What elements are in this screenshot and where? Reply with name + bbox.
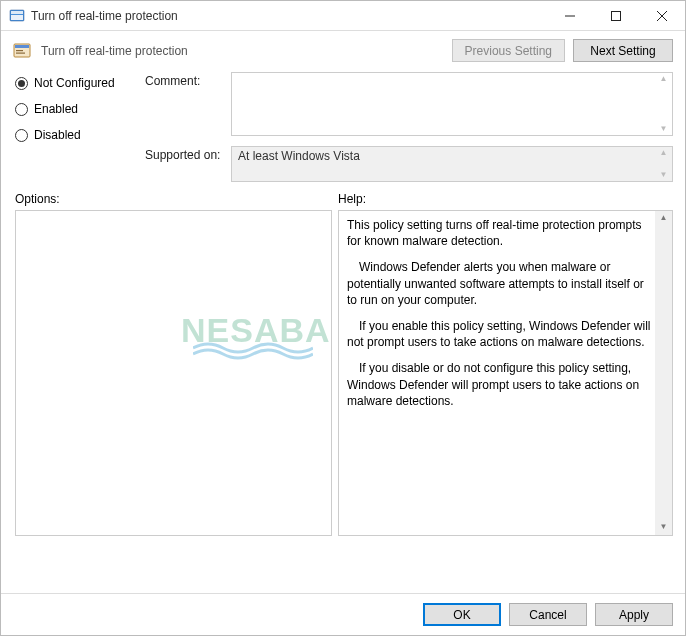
policy-title: Turn off real-time protection — [41, 44, 442, 58]
help-text: Windows Defender alerts you when malware… — [347, 259, 652, 308]
close-button[interactable] — [639, 1, 685, 30]
apply-button[interactable]: Apply — [595, 603, 673, 626]
options-label: Options: — [15, 192, 338, 206]
supported-on-field: At least Windows Vista ▲ ▼ — [231, 146, 673, 182]
window-title: Turn off real-time protection — [31, 9, 547, 23]
radio-icon — [15, 77, 28, 90]
help-text: This policy setting turns off real-time … — [347, 217, 652, 249]
radio-enabled[interactable]: Enabled — [15, 102, 145, 116]
svg-rect-9 — [16, 50, 23, 51]
help-text: If you enable this policy setting, Windo… — [347, 318, 652, 350]
help-pane: This policy setting turns off real-time … — [338, 210, 673, 536]
scroll-down-icon: ▼ — [660, 125, 668, 133]
maximize-button[interactable] — [593, 1, 639, 30]
svg-rect-1 — [11, 11, 23, 14]
scroll-down-icon: ▼ — [660, 171, 668, 179]
dialog-footer: OK Cancel Apply — [1, 593, 685, 635]
help-text: If you disable or do not configure this … — [347, 360, 652, 409]
radio-label: Disabled — [34, 128, 81, 142]
state-radio-group: Not Configured Enabled Disabled — [15, 72, 145, 142]
cancel-button[interactable]: Cancel — [509, 603, 587, 626]
supported-value: At least Windows Vista — [238, 149, 360, 163]
svg-rect-4 — [612, 11, 621, 20]
radio-icon — [15, 129, 28, 142]
panes-container: This policy setting turns off real-time … — [1, 210, 685, 536]
scrollbar[interactable]: ▲ ▼ — [655, 73, 672, 135]
scroll-up-icon: ▲ — [660, 213, 668, 224]
radio-label: Enabled — [34, 102, 78, 116]
window-controls — [547, 1, 685, 30]
scroll-up-icon: ▲ — [660, 75, 668, 83]
radio-not-configured[interactable]: Not Configured — [15, 76, 145, 90]
radio-icon — [15, 103, 28, 116]
previous-setting-button: Previous Setting — [452, 39, 565, 62]
pane-labels: Options: Help: — [1, 188, 685, 210]
options-pane — [15, 210, 332, 536]
scroll-down-icon: ▼ — [660, 522, 668, 533]
scroll-up-icon: ▲ — [660, 149, 668, 157]
supported-label: Supported on: — [145, 146, 231, 162]
svg-rect-10 — [16, 52, 25, 53]
policy-app-icon — [9, 8, 25, 24]
ok-button[interactable]: OK — [423, 603, 501, 626]
scrollbar: ▲ ▼ — [655, 147, 672, 181]
comment-label: Comment: — [145, 72, 231, 88]
comment-input[interactable]: ▲ ▼ — [231, 72, 673, 136]
svg-rect-2 — [11, 15, 23, 20]
scrollbar[interactable]: ▲ ▼ — [655, 211, 672, 535]
help-label: Help: — [338, 192, 366, 206]
radio-label: Not Configured — [34, 76, 115, 90]
svg-rect-8 — [15, 45, 29, 48]
policy-header: Turn off real-time protection Previous S… — [1, 31, 685, 66]
minimize-button[interactable] — [547, 1, 593, 30]
radio-disabled[interactable]: Disabled — [15, 128, 145, 142]
config-grid: Not Configured Enabled Disabled Comment:… — [1, 66, 685, 188]
titlebar: Turn off real-time protection — [1, 1, 685, 31]
policy-icon — [13, 42, 31, 60]
next-setting-button[interactable]: Next Setting — [573, 39, 673, 62]
